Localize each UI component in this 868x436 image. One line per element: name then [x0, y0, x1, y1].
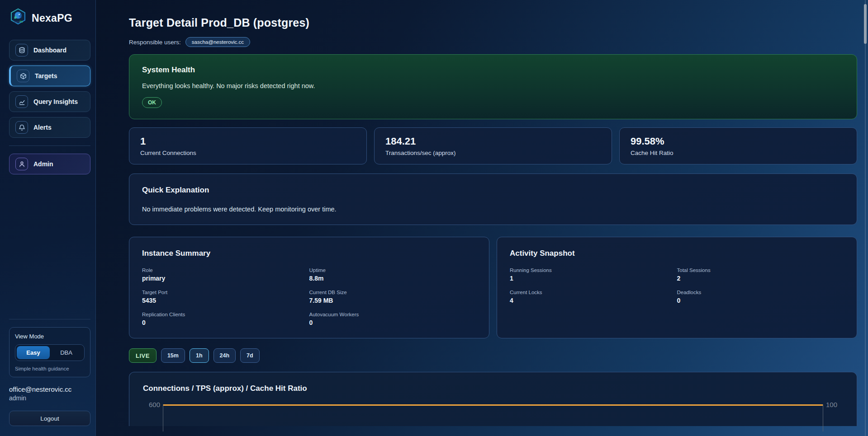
live-button[interactable]: LIVE — [129, 348, 157, 363]
field-total-sessions: Total Sessions 2 — [677, 267, 844, 282]
field-role: Role primary — [142, 267, 309, 282]
view-mode-label: View Mode — [15, 333, 85, 340]
brand: Nexa PG NexaPG — [9, 8, 90, 28]
responsible-users-row: Responsible users: sascha@nesterovic.cc — [129, 37, 857, 47]
system-health-message: Everything looks healthy. No major risks… — [142, 82, 844, 89]
sidebar-item-dashboard[interactable]: Dashboard — [9, 40, 90, 61]
stat-card-cache-hit: 99.58% Cache Hit Ratio — [619, 127, 857, 164]
sidebar-item-alerts[interactable]: Alerts — [9, 117, 90, 138]
field-current-locks: Current Locks 4 — [510, 290, 677, 304]
status-badge: OK — [142, 97, 162, 108]
stat-card-connections: 1 Current Connections — [129, 127, 367, 164]
sidebar-bottom-divider — [9, 319, 90, 319]
page-title: Target Detail Prod_DB (postgres) — [129, 16, 857, 29]
quick-explanation-card: Quick Explanation No immediate problems … — [129, 173, 857, 225]
sidebar-item-label: Query Insights — [33, 98, 78, 105]
stat-label: Current Connections — [140, 150, 356, 156]
quick-explanation-title: Quick Explanation — [142, 186, 844, 195]
summary-row: Instance Summary Role primary Uptime 8.8… — [129, 237, 857, 338]
main-content: Target Detail Prod_DB (postgres) Respons… — [96, 0, 868, 436]
app-title: NexaPG — [32, 12, 72, 24]
stat-value: 1 — [140, 136, 356, 147]
nexapg-logo-icon: Nexa PG — [9, 8, 27, 28]
chart-line-icon — [15, 95, 28, 108]
field-deadlocks: Deadlocks 0 — [677, 290, 844, 304]
responsible-users-label: Responsible users: — [129, 39, 181, 46]
system-health-title: System Health — [142, 66, 844, 75]
sidebar-item-label: Admin — [33, 160, 53, 168]
cache-hit-ratio-line — [163, 404, 823, 406]
database-icon — [15, 44, 28, 56]
user-email: office@nesterovic.cc — [9, 385, 90, 393]
sidebar: Nexa PG NexaPG Dashboard Targets — [0, 0, 96, 436]
sidebar-item-admin[interactable]: Admin — [9, 154, 90, 174]
sidebar-divider — [9, 145, 90, 146]
svg-text:PG: PG — [19, 20, 23, 23]
system-health-card: System Health Everything looks healthy. … — [129, 54, 857, 119]
chart-plot-area — [163, 404, 823, 431]
cube-icon — [17, 70, 29, 82]
range-button-15m[interactable]: 15m — [161, 348, 185, 363]
scrollbar-thumb[interactable] — [864, 4, 867, 44]
field-db-size: Current DB Size 7.59 MB — [309, 290, 477, 304]
stats-row: 1 Current Connections 184.21 Transaction… — [129, 127, 857, 164]
field-autovacuum-workers: Autovacuum Workers 0 — [309, 312, 477, 326]
view-mode-panel: View Mode Easy DBA Simple health guidanc… — [9, 327, 90, 377]
view-mode-caption: Simple health guidance — [15, 366, 85, 371]
stat-value: 99.58% — [631, 136, 846, 147]
sidebar-item-label: Dashboard — [33, 47, 66, 54]
instance-summary-card: Instance Summary Role primary Uptime 8.8… — [129, 237, 489, 338]
stat-card-tps: 184.21 Transactions/sec (approx) — [374, 127, 612, 164]
stat-label: Transactions/sec (approx) — [385, 150, 601, 156]
user-icon — [15, 158, 28, 170]
field-target-port: Target Port 5435 — [142, 290, 309, 304]
quick-explanation-message: No immediate problems were detected. Kee… — [142, 206, 844, 213]
sidebar-item-label: Alerts — [33, 124, 52, 131]
view-mode-toggle: Easy DBA — [15, 344, 85, 361]
time-range-controls: LIVE 15m 1h 24h 7d — [129, 348, 857, 363]
bell-icon — [15, 121, 28, 134]
sidebar-item-query-insights[interactable]: Query Insights — [9, 91, 90, 112]
activity-snapshot-card: Activity Snapshot Running Sessions 1 Tot… — [497, 237, 857, 338]
scrollbar-track[interactable] — [865, 0, 866, 436]
stat-label: Cache Hit Ratio — [631, 150, 846, 156]
chart-area: 600 100 — [143, 404, 843, 431]
responsible-user-badge[interactable]: sascha@nesterovic.cc — [185, 37, 250, 47]
view-mode-option-easy[interactable]: Easy — [17, 346, 50, 359]
activity-snapshot-title: Activity Snapshot — [510, 249, 844, 258]
field-running-sessions: Running Sessions 1 — [510, 267, 677, 282]
chart-card: Connections / TPS (approx) / Cache Hit R… — [129, 372, 857, 426]
range-button-1h[interactable]: 1h — [190, 348, 209, 363]
instance-summary-title: Instance Summary — [142, 249, 476, 258]
right-axis-tick-label: 100 — [823, 401, 843, 408]
range-button-7d[interactable]: 7d — [240, 348, 260, 363]
view-mode-option-dba[interactable]: DBA — [50, 346, 83, 359]
sidebar-item-label: Targets — [35, 72, 57, 80]
field-uptime: Uptime 8.8m — [309, 267, 477, 282]
chart-title: Connections / TPS (approx) / Cache Hit R… — [143, 384, 843, 393]
left-axis-tick-label: 600 — [143, 401, 163, 408]
field-replication-clients: Replication Clients 0 — [142, 312, 309, 326]
stat-value: 184.21 — [385, 136, 601, 147]
logout-button[interactable]: Logout — [9, 411, 90, 426]
range-button-24h[interactable]: 24h — [213, 348, 236, 363]
user-role: admin — [9, 394, 90, 402]
sidebar-item-targets[interactable]: Targets — [9, 66, 90, 86]
svg-text:Nexa: Nexa — [14, 20, 19, 23]
